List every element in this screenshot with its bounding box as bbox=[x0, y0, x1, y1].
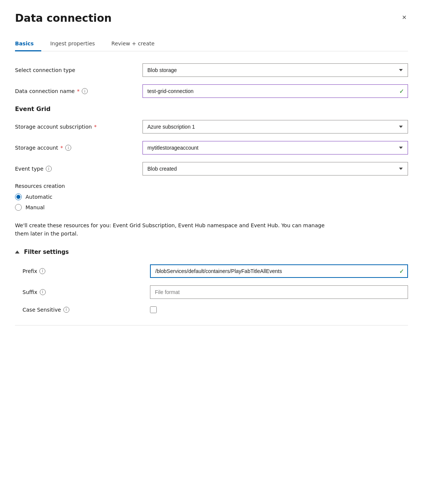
event-type-select[interactable]: Blob createdBlob deleted bbox=[142, 162, 408, 176]
case-sensitive-row: Case Sensitive i bbox=[22, 306, 408, 313]
prefix-label: Prefix i bbox=[22, 268, 150, 274]
radio-automatic-input[interactable] bbox=[15, 194, 22, 200]
storage-account-row: Storage account * i mytitlestorageaccoun… bbox=[15, 141, 408, 154]
storage-account-select[interactable]: mytitlestorageaccount bbox=[142, 141, 408, 154]
suffix-row: Suffix i bbox=[22, 285, 408, 299]
filter-fields-container: Prefix i ✓ Suffix i Case Sensitive i bbox=[15, 264, 408, 313]
resources-creation-section: Resources creation Automatic Manual bbox=[15, 183, 408, 211]
suffix-label: Suffix i bbox=[22, 289, 150, 295]
connection-type-control: Blob storageEvent Hub bbox=[142, 63, 408, 77]
case-sensitive-checkbox-row bbox=[150, 306, 408, 313]
connection-type-select-wrapper: Blob storageEvent Hub bbox=[142, 63, 408, 77]
suffix-info-icon[interactable]: i bbox=[40, 289, 46, 295]
required-star: * bbox=[77, 88, 80, 94]
prefix-check-icon: ✓ bbox=[399, 267, 404, 274]
storage-subscription-select-wrapper: Azure subscription 1 bbox=[142, 120, 408, 134]
connection-name-label: Data connection name * i bbox=[15, 88, 142, 94]
connection-name-check-icon: ✓ bbox=[399, 88, 404, 95]
filter-settings-header[interactable]: Filter settings bbox=[15, 249, 408, 255]
connection-type-select[interactable]: Blob storageEvent Hub bbox=[142, 63, 408, 77]
storage-account-select-wrapper: mytitlestorageaccount bbox=[142, 141, 408, 154]
bottom-divider bbox=[15, 325, 408, 326]
case-sensitive-info-icon[interactable]: i bbox=[63, 307, 69, 313]
prefix-info-icon[interactable]: i bbox=[39, 268, 45, 274]
prefix-input[interactable] bbox=[150, 264, 408, 278]
radio-group: Automatic Manual bbox=[15, 194, 408, 211]
case-sensitive-control bbox=[150, 306, 408, 313]
tab-review-create[interactable]: Review + create bbox=[111, 37, 162, 51]
panel-title: Data connection bbox=[15, 12, 112, 24]
storage-subscription-required: * bbox=[94, 124, 97, 130]
connection-name-input[interactable] bbox=[142, 84, 408, 98]
storage-subscription-select[interactable]: Azure subscription 1 bbox=[142, 120, 408, 134]
suffix-control bbox=[150, 285, 408, 299]
tabs-container: Basics Ingest properties Review + create bbox=[15, 36, 408, 51]
resources-creation-label: Resources creation bbox=[15, 183, 408, 189]
case-sensitive-label: Case Sensitive i bbox=[22, 307, 150, 313]
filter-settings-title: Filter settings bbox=[24, 249, 69, 255]
event-type-label: Event type i bbox=[15, 166, 142, 172]
prefix-control: ✓ bbox=[150, 264, 408, 278]
event-type-info-icon[interactable]: i bbox=[46, 166, 52, 172]
data-connection-panel: Data connection × Basics Ingest properti… bbox=[0, 0, 423, 504]
radio-manual-row: Manual bbox=[15, 204, 408, 211]
connection-type-row: Select connection type Blob storageEvent… bbox=[15, 63, 408, 77]
panel-header: Data connection × bbox=[15, 12, 408, 24]
radio-manual-label: Manual bbox=[26, 204, 45, 210]
connection-name-info-icon[interactable]: i bbox=[82, 88, 88, 94]
radio-automatic-row: Automatic bbox=[15, 194, 408, 200]
event-grid-section-title: Event Grid bbox=[15, 105, 408, 112]
tab-ingest-properties[interactable]: Ingest properties bbox=[50, 37, 102, 51]
storage-account-control: mytitlestorageaccount bbox=[142, 141, 408, 154]
event-type-row: Event type i Blob createdBlob deleted bbox=[15, 162, 408, 176]
radio-manual-input[interactable] bbox=[15, 204, 22, 211]
storage-subscription-label: Storage account subscription * bbox=[15, 124, 142, 130]
info-text: We'll create these resources for you: Ev… bbox=[15, 221, 338, 238]
prefix-row: Prefix i ✓ bbox=[22, 264, 408, 278]
connection-name-row: Data connection name * i ✓ bbox=[15, 84, 408, 98]
radio-automatic-label: Automatic bbox=[26, 194, 52, 200]
storage-account-required: * bbox=[60, 145, 63, 151]
storage-subscription-control: Azure subscription 1 bbox=[142, 120, 408, 134]
event-type-control: Blob createdBlob deleted bbox=[142, 162, 408, 176]
storage-subscription-row: Storage account subscription * Azure sub… bbox=[15, 120, 408, 134]
storage-account-info-icon[interactable]: i bbox=[65, 145, 71, 151]
suffix-input[interactable] bbox=[150, 285, 408, 299]
event-type-select-wrapper: Blob createdBlob deleted bbox=[142, 162, 408, 176]
storage-account-label: Storage account * i bbox=[15, 145, 142, 151]
filter-chevron-icon bbox=[15, 250, 20, 254]
case-sensitive-checkbox[interactable] bbox=[150, 306, 157, 313]
connection-type-label: Select connection type bbox=[15, 67, 142, 73]
tab-basics[interactable]: Basics bbox=[15, 37, 41, 51]
close-button[interactable]: × bbox=[400, 12, 408, 22]
connection-name-control: ✓ bbox=[142, 84, 408, 98]
